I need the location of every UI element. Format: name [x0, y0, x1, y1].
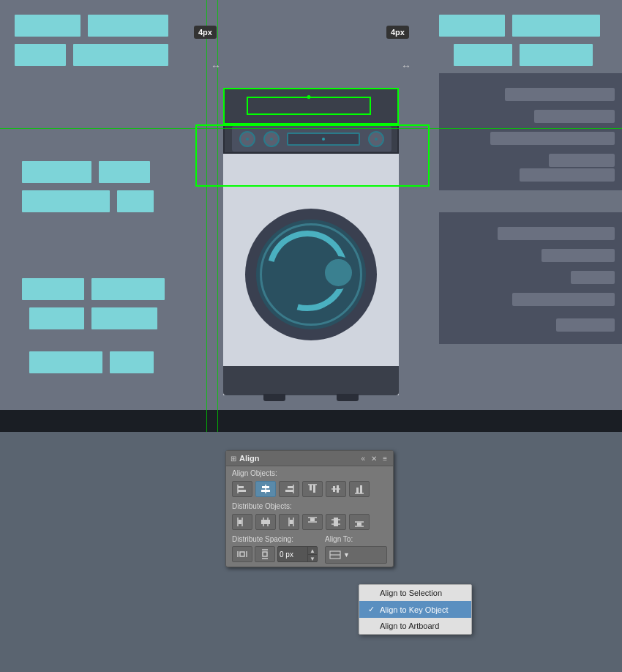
rp-bar — [498, 227, 615, 240]
spacing-input[interactable] — [278, 550, 307, 559]
svg-rect-17 — [360, 485, 362, 493]
dist-middle-v-btn[interactable] — [326, 514, 346, 530]
align-center-btn[interactable] — [255, 481, 276, 497]
svg-rect-4 — [262, 486, 269, 488]
dim-label-left: 4px — [194, 26, 217, 39]
svg-rect-11 — [313, 485, 315, 493]
rp-bar — [512, 293, 615, 306]
washer-knob-left — [239, 131, 255, 147]
distribute-objects-label: Distribute Objects: — [226, 499, 393, 512]
rp-bar — [542, 249, 615, 262]
panel-controls: « ✕ ≡ — [360, 455, 389, 463]
spacing-arrow-right: ↔ — [395, 60, 417, 72]
dist-spacing-h-btn[interactable] — [232, 546, 252, 562]
dim-label-right: 4px — [386, 26, 409, 39]
tile — [15, 44, 66, 66]
washer-foot-right — [337, 394, 359, 401]
washer-display — [287, 132, 360, 146]
tile — [29, 307, 84, 329]
washer-control-strip — [232, 126, 391, 152]
tile — [117, 190, 154, 212]
svg-rect-8 — [285, 490, 293, 492]
svg-rect-13 — [333, 486, 335, 492]
menu-item-align-to-selection[interactable]: Align to Selection — [359, 585, 471, 601]
svg-rect-20 — [239, 520, 241, 524]
align-panel-icon: ⊞ — [231, 455, 236, 463]
distribute-spacing-label: Distribute Spacing: — [232, 535, 318, 546]
tile — [22, 278, 84, 300]
guide-horizontal-1 — [0, 128, 622, 129]
align-to-label: Align To: — [325, 535, 387, 546]
canvas: 4px 4px ↔ ↔ — [0, 0, 622, 432]
svg-rect-2 — [238, 490, 246, 492]
align-bottom-btn[interactable] — [349, 481, 370, 497]
tile — [520, 44, 593, 66]
dist-spacing-v-btn[interactable] — [255, 546, 275, 562]
tile — [22, 161, 91, 183]
dist-left-btn[interactable] — [232, 514, 252, 530]
tile — [15, 15, 80, 37]
display-dot — [322, 138, 325, 141]
svg-rect-32 — [334, 518, 338, 526]
menu-label-artboard: Align to Artboard — [380, 621, 439, 630]
washer-drum-area — [223, 154, 399, 395]
menu-item-align-to-artboard[interactable]: Align to Artboard — [359, 618, 471, 634]
align-to-dropdown-menu: Align to Selection ✓ Align to Key Object… — [359, 584, 472, 635]
svg-rect-16 — [356, 488, 359, 493]
svg-rect-14 — [337, 485, 339, 493]
svg-rect-5 — [261, 490, 270, 492]
dist-right-btn[interactable] — [279, 514, 299, 530]
drum-porthole — [322, 256, 355, 289]
washer-feet — [223, 394, 399, 401]
rp-bar — [534, 110, 615, 123]
align-top-btn[interactable] — [302, 481, 323, 497]
tile — [88, 15, 168, 37]
dist-top-btn[interactable] — [302, 514, 323, 530]
align-right-btn[interactable] — [279, 481, 299, 497]
svg-rect-10 — [310, 485, 312, 490]
dropdown-arrow: ▼ — [343, 551, 350, 559]
spacing-arrow-left: ↔ — [205, 60, 227, 72]
spinner-down[interactable]: ▼ — [308, 555, 317, 562]
tile — [454, 44, 512, 66]
washer-knob-mid — [263, 131, 280, 147]
svg-rect-26 — [290, 520, 293, 524]
rp-bar — [490, 132, 615, 145]
align-to-icon — [329, 548, 342, 561]
spacing-input-wrapper[interactable]: ▲ ▼ — [277, 546, 318, 562]
menu-item-align-to-key-object[interactable]: ✓ Align to Key Object — [359, 601, 471, 618]
menu-label-key-object: Align to Key Object — [380, 605, 449, 614]
align-objects-label: Align Objects: — [226, 466, 393, 479]
rp-bar — [556, 318, 615, 332]
svg-rect-41 — [263, 552, 267, 556]
right-panel-top — [439, 73, 622, 190]
washer-knob-right — [368, 131, 384, 147]
panel-close-btn[interactable]: ✕ — [370, 455, 378, 463]
align-panel-titlebar: ⊞ Align « ✕ ≡ — [226, 451, 393, 466]
rp-bar — [571, 271, 615, 284]
tile — [512, 15, 600, 37]
align-left-btn[interactable] — [232, 481, 252, 497]
spinner-up[interactable]: ▲ — [308, 547, 317, 555]
washer-foot-left — [263, 394, 285, 401]
dist-center-h-btn[interactable] — [255, 514, 276, 530]
svg-rect-7 — [288, 486, 293, 488]
distribute-spacing-section: Distribute Spacing: — [232, 535, 318, 562]
washer-base — [223, 366, 399, 395]
washer-drum-inner — [256, 220, 366, 329]
dark-bottom-bar — [0, 410, 622, 432]
align-to-dropdown-btn[interactable]: ▼ — [325, 546, 387, 564]
dist-bottom-btn[interactable] — [349, 514, 370, 530]
panel-collapse-btn[interactable]: « — [360, 455, 367, 463]
align-panel-title: Align — [239, 454, 260, 463]
svg-rect-38 — [240, 552, 244, 556]
tile — [22, 190, 110, 212]
tile — [29, 351, 102, 373]
tile — [73, 44, 168, 66]
rp-bar — [505, 88, 615, 101]
svg-rect-35 — [357, 523, 361, 526]
align-middle-btn[interactable] — [326, 481, 346, 497]
tile — [110, 351, 154, 373]
panel-menu-btn[interactable]: ≡ — [381, 455, 389, 463]
rp-bar — [520, 168, 615, 182]
